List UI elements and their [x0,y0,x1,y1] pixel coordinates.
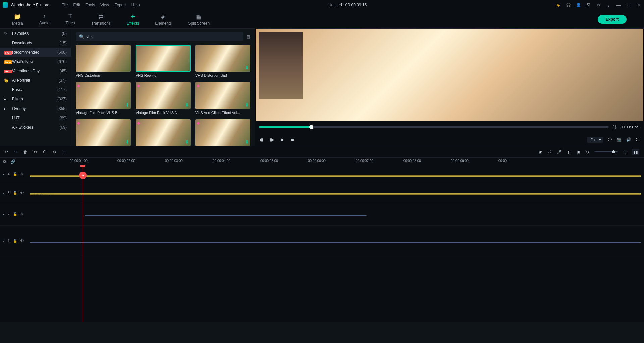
visibility-icon[interactable]: 👁 [20,172,24,176]
tab-split-screen[interactable]: ▦Split Screen [180,11,218,28]
voiceover-button[interactable]: 🎤 [557,150,562,154]
sidebar-item-recommended[interactable]: HOTRecommended(500) [0,48,71,57]
next-frame-button[interactable]: ▮▸ [270,137,274,142]
speed-button[interactable]: ⏱ [43,150,47,154]
effect-card[interactable]: ◆⬇ [136,119,191,146]
sidebar-item-valentine-s-day[interactable]: HOTValentine's Day(45) [0,66,71,76]
sidebar-item-what-s-new[interactable]: NewWhat's New(676) [0,57,71,66]
menu-tools[interactable]: Tools [86,3,95,7]
keyframe-button[interactable]: ▣ [577,150,580,154]
account-icon[interactable]: 👤 [576,2,581,8]
marker-button[interactable]: 🛡 [547,150,551,154]
video-clip-pip[interactable]: pexels-вальдемар-10026607 [85,215,367,216]
prev-frame-button[interactable]: ◂▮ [259,137,263,142]
fullscreen-icon[interactable]: ⛶ [636,137,640,142]
effect-clip-vhs-distortion[interactable]: VHS Distortion [30,193,641,195]
search-box[interactable]: 🔍 [76,32,243,41]
sidebar-item-favorites[interactable]: ♡Favorites(0) [0,29,71,38]
export-button[interactable]: Export [598,15,627,24]
effect-card[interactable]: ⬇VHS Distortion Bad [195,45,250,77]
effects-grid: VHS DistortionVHS Rewind⬇VHS Distortion … [76,45,250,146]
maximize-button[interactable]: ◻ [626,2,631,8]
link-button[interactable]: 🔗 [10,159,15,164]
scrubber-handle[interactable] [309,125,313,129]
lock-icon[interactable]: 🔓 [13,191,17,195]
effect-card[interactable]: ◆⬇VHS And Glitch Effect Vol... [195,82,250,115]
tab-titles[interactable]: TTitles [57,11,83,28]
sidebar-item-lut[interactable]: LUT(89) [0,113,71,123]
sidebar-item-ar-stickers[interactable]: AR Stickers(69) [0,123,71,132]
video-clip-main[interactable]: pexels-anna-tarazevich-6550971 [30,242,641,243]
preview-video[interactable] [256,29,643,121]
effects-sidebar: ♡Favorites(0)Downloads(15)HOTRecommended… [0,29,71,146]
render-button[interactable]: ◉ [539,150,542,154]
effect-card[interactable]: ◆⬇Vintage Film Pack VHS N... [136,82,191,115]
sidebar-item-downloads[interactable]: Downloads(15) [0,38,71,48]
sidebar-item-basic[interactable]: Basic(117) [0,85,71,94]
search-input[interactable] [86,34,240,39]
tips-icon[interactable]: ◈ [555,2,561,8]
effect-card[interactable]: ◆⬇ [76,119,131,146]
zoom-in-button[interactable]: ⊕ [623,150,627,154]
delete-button[interactable]: 🗑 [23,150,28,154]
track-3: ▸3 🔓 👁 VHS Distortion [0,183,644,203]
track-toggle-icon[interactable]: ▸ [3,239,4,243]
adjust-button[interactable]: ⚙ [53,150,57,154]
manage-tracks-button[interactable]: ⧉ [3,159,6,164]
menu-export[interactable]: Export [114,3,126,7]
minimize-button[interactable]: — [616,2,621,8]
lock-icon[interactable]: 🔓 [13,239,17,243]
menu-edit[interactable]: Edit [73,3,80,7]
mixer-button[interactable]: ⫼ [567,150,571,154]
effect-card[interactable]: ◆⬇Vintage Film Pack VHS B... [76,82,131,115]
sidebar-item-filters[interactable]: ▸Filters(327) [0,94,71,104]
tab-audio[interactable]: ♪Audio [31,11,58,28]
effect-clip[interactable] [30,175,641,177]
snapshot-icon[interactable]: 📷 [616,137,622,142]
stop-button[interactable]: ◼ [291,137,294,142]
menu-view[interactable]: View [100,3,109,7]
play-button[interactable]: ▶ [281,137,284,142]
scissors-icon[interactable]: ✂ [79,172,87,179]
tab-elements[interactable]: ◈Elements [147,11,180,28]
lock-icon[interactable]: 🔓 [13,172,17,176]
download-icon[interactable]: ⭳ [606,2,611,8]
redo-button[interactable]: ↷ [14,150,17,154]
scrubber[interactable] [259,126,609,128]
support-icon[interactable]: 🎧 [566,2,571,8]
toolbar: 📁Media♪AudioTTitles⇄Transitions✦Effects◈… [0,10,644,29]
save-icon[interactable]: 🖫 [586,2,591,8]
visibility-icon[interactable]: 👁 [20,239,24,243]
audio-edit-button[interactable]: ⫾⫾ [63,150,67,154]
effect-card[interactable]: ◆⬇ [195,119,250,146]
sidebar-item-ai-portrait[interactable]: 👑AI Portrait(37) ‹ [0,76,71,85]
zoom-out-button[interactable]: ⊖ [586,150,589,154]
menu-help[interactable]: Help [131,3,140,7]
effect-card[interactable]: VHS Distortion [76,45,131,77]
track-toggle-icon[interactable]: ▸ [3,191,4,195]
quality-select[interactable]: Full [587,137,603,143]
tab-transitions[interactable]: ⇄Transitions [83,11,119,28]
lock-icon[interactable]: 🔓 [13,212,17,216]
brackets-label: { } [613,125,616,129]
track-toggle-icon[interactable]: ▸ [3,212,4,216]
sidebar-item-overlay[interactable]: ▸Overlay(355) [0,104,71,113]
undo-button[interactable]: ↶ [5,150,8,154]
zoom-slider[interactable] [594,151,618,152]
playhead[interactable]: ✂ [83,165,83,322]
close-button[interactable]: ✕ [636,2,641,8]
track-toggle-icon[interactable]: ▸ [3,172,4,176]
message-icon[interactable]: ✉ [596,2,601,8]
timeline-ruler[interactable]: 00:00:01:0000:00:02:0000:00:03:0000:00:0… [30,158,644,165]
display-icon[interactable]: 🖵 [608,137,612,142]
visibility-icon[interactable]: 👁 [20,191,24,195]
grid-view-toggle[interactable]: ▦ [247,34,250,39]
fit-button[interactable]: ▮▮ [632,149,639,155]
tab-effects[interactable]: ✦Effects [119,11,147,28]
visibility-icon[interactable]: 👁 [20,212,24,216]
effect-card[interactable]: VHS Rewind [136,45,191,77]
menu-file[interactable]: File [61,3,68,7]
tab-media[interactable]: 📁Media [4,11,31,28]
volume-icon[interactable]: 🔊 [626,137,631,142]
split-button[interactable]: ✂ [34,150,37,154]
